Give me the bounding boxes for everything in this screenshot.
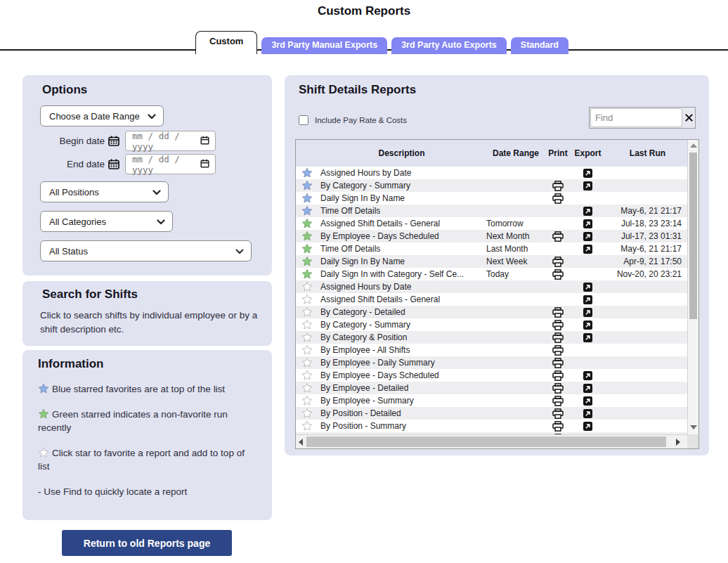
close-x-icon[interactable] [682,108,695,127]
date-range-select[interactable]: Choose a Date Range [40,105,164,127]
vertical-scrollbar[interactable] [687,140,698,434]
empty-star-icon[interactable] [296,344,318,356]
scroll-up-arrow-icon[interactable] [690,143,697,148]
printer-icon[interactable] [547,193,569,204]
include-pay-rate-checkbox[interactable] [299,115,308,125]
report-description[interactable]: By Category & Position [318,332,485,342]
horizontal-scrollbar-thumb[interactable] [306,436,666,447]
green-star-icon[interactable] [296,268,318,280]
report-description[interactable]: Daily Sign In By Name [318,193,485,203]
printer-icon[interactable] [547,307,569,318]
tab-custom[interactable]: Custom [195,31,257,54]
vertical-scrollbar-thumb[interactable] [689,153,697,319]
tab-standard[interactable]: Standard [511,37,568,54]
green-star-icon[interactable] [296,231,318,242]
printer-icon[interactable] [547,383,569,394]
printer-icon[interactable] [547,269,569,280]
export-arrow-icon[interactable] [569,181,606,190]
empty-star-icon[interactable] [296,332,318,343]
empty-star-icon[interactable] [296,319,318,330]
categories-select[interactable]: All Categories [40,211,173,232]
empty-star-icon[interactable] [296,370,318,381]
empty-star-icon[interactable] [296,357,318,368]
export-arrow-icon[interactable] [569,169,606,178]
empty-star-icon[interactable] [296,281,318,292]
tab-3rd-party-manual-exports[interactable]: 3rd Party Manual Exports [261,37,387,54]
export-arrow-icon[interactable] [569,308,606,317]
empty-star-icon[interactable] [296,395,318,406]
report-description[interactable]: Daily Sign In with Category - Self Ce... [318,269,485,279]
report-description[interactable]: By Position - Summary [318,421,485,431]
printer-icon[interactable] [547,181,569,191]
export-arrow-icon[interactable] [569,371,606,380]
printer-icon[interactable] [547,320,569,330]
report-description[interactable]: By Employee - Days Scheduled [318,370,485,380]
report-description[interactable]: By Employee - Detailed [318,383,485,393]
export-arrow-icon[interactable] [569,422,606,431]
positions-select[interactable]: All Positions [40,181,169,202]
search-for-shifts-heading[interactable]: Search for Shifts [42,287,138,302]
green-star-icon[interactable] [296,256,318,267]
find-input[interactable] [590,108,682,127]
printer-icon[interactable] [547,421,569,432]
report-description[interactable]: Time Off Details [318,244,485,254]
report-description[interactable]: By Category - Summary [318,320,485,330]
export-arrow-icon[interactable] [569,409,606,418]
empty-star-icon[interactable] [296,306,318,318]
report-description[interactable]: Assigned Hours by Date [318,282,485,292]
search-for-shifts-panel[interactable]: Search for Shifts Click to search shifts… [22,281,272,346]
begin-date-input[interactable]: mm / dd / yyyy [125,131,216,151]
export-arrow-icon[interactable] [569,219,606,228]
scroll-right-arrow-icon[interactable] [676,439,680,446]
report-description[interactable]: Time Off Details [318,206,485,216]
report-description[interactable]: By Employee - All Shifts [318,345,485,355]
report-description[interactable]: By Category - Detailed [318,307,485,317]
export-arrow-icon[interactable] [569,245,606,254]
printer-icon[interactable] [547,257,569,267]
tab-3rd-party-auto-exports[interactable]: 3rd Party Auto Exports [391,37,507,54]
empty-star-icon[interactable] [296,382,318,394]
printer-icon[interactable] [547,332,569,343]
green-star-icon[interactable] [296,218,318,229]
status-select-value: All Status [49,246,88,257]
report-description[interactable]: By Category - Summary [318,181,485,190]
printer-icon[interactable] [547,396,569,406]
blue-star-icon[interactable] [296,205,318,216]
end-date-input[interactable]: mm / dd / yyyy [125,154,216,174]
printer-icon[interactable] [547,345,569,356]
report-description[interactable]: Assigned Hours by Date [318,168,485,178]
report-description[interactable]: By Employee - Summary [318,396,485,406]
report-description[interactable]: By Employee - Daily Summary [318,358,485,368]
export-arrow-icon[interactable] [569,321,606,330]
printer-icon[interactable] [547,408,569,419]
export-arrow-icon[interactable] [569,333,606,342]
report-description[interactable]: By Employee - Days Scheduled [318,231,485,241]
export-arrow-icon[interactable] [569,396,606,406]
report-description[interactable]: By Position - Detailed [318,408,485,418]
blue-star-icon[interactable] [296,167,318,179]
export-arrow-icon[interactable] [569,207,606,216]
report-description[interactable]: Daily Sign In By Name [318,257,485,266]
report-description[interactable]: Assigned Shift Details - General [318,295,485,304]
blue-star-icon[interactable] [296,180,318,191]
printer-icon[interactable] [547,370,569,381]
horizontal-scrollbar[interactable] [296,434,689,448]
export-arrow-icon[interactable] [569,295,606,304]
return-to-old-reports-button[interactable]: Return to old Reports page [62,530,232,556]
printer-icon[interactable] [547,231,569,242]
export-arrow-icon[interactable] [569,232,606,241]
date-picker-icon[interactable] [200,135,209,148]
empty-star-icon[interactable] [296,294,318,305]
date-picker-icon[interactable] [200,158,209,171]
report-description[interactable]: Assigned Shift Details - General [318,219,485,228]
scroll-left-arrow-icon[interactable] [299,439,303,446]
blue-star-icon[interactable] [296,193,318,204]
green-star-icon[interactable] [296,243,318,254]
empty-star-icon[interactable] [296,420,318,432]
printer-icon[interactable] [547,358,569,368]
empty-star-icon[interactable] [296,408,318,419]
scroll-down-arrow-icon[interactable] [690,425,697,429]
export-arrow-icon[interactable] [569,283,606,292]
export-arrow-icon[interactable] [569,384,606,393]
status-select[interactable]: All Status [40,240,252,261]
